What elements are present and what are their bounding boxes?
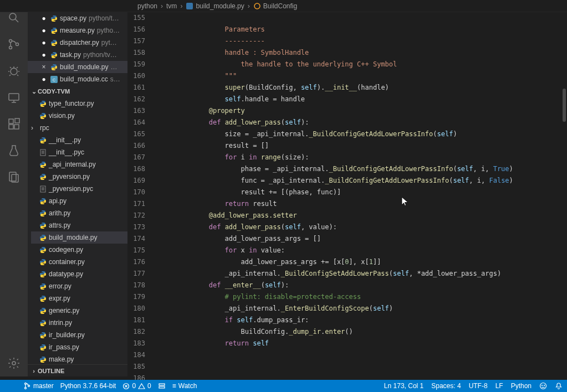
- file-name: build_module.cc: [60, 75, 108, 83]
- python-interpreter[interactable]: Python 3.7.6 64-bit: [60, 382, 116, 390]
- modified-dot-icon: ●: [40, 51, 48, 59]
- file-path: pyt…: [101, 39, 117, 47]
- settings-gear-icon[interactable]: [1, 350, 27, 376]
- references-icon[interactable]: [1, 164, 27, 190]
- file-item[interactable]: _pyversion.py: [31, 171, 127, 183]
- file-item[interactable]: container.py: [31, 256, 127, 268]
- eol-status[interactable]: LF: [496, 382, 503, 390]
- feedback-icon[interactable]: [539, 382, 547, 390]
- explorer-sidebar: ⌄ OPEN EDITORS ●space.py python/t…●measu…: [28, 0, 127, 376]
- remote-explorer-icon[interactable]: [1, 84, 27, 111]
- file-item[interactable]: datatype.py: [31, 268, 127, 280]
- file-name: error.py: [49, 282, 71, 290]
- file-path: …: [110, 63, 117, 71]
- breadcrumb-symbol[interactable]: BuildConfig: [253, 2, 297, 10]
- file-name: build_module.py: [60, 63, 108, 71]
- file-icon: [39, 173, 47, 180]
- file-item[interactable]: ir_builder.py: [31, 329, 127, 341]
- file-icon: [39, 209, 47, 217]
- bell-icon[interactable]: [555, 382, 563, 390]
- file-item[interactable]: __init__.py: [31, 134, 127, 146]
- file-name: dispatcher.py: [60, 39, 99, 47]
- indent-status[interactable]: Spaces: 4: [431, 382, 461, 390]
- svg-rect-30: [159, 384, 165, 385]
- svg-point-33: [542, 385, 543, 386]
- workspace-header[interactable]: ⌄ CODY-TVM: [28, 85, 127, 97]
- svg-point-27: [25, 388, 27, 389]
- file-name: vision.py: [49, 112, 75, 120]
- file-item[interactable]: api.py: [31, 195, 127, 207]
- open-editor-item[interactable]: ●task.py python/tv…: [28, 49, 127, 61]
- file-icon: [39, 161, 47, 168]
- svg-point-3: [9, 47, 12, 49]
- file-item[interactable]: _api_internal.py: [31, 158, 127, 171]
- open-editor-item[interactable]: ●Cbuild_module.cc s…: [28, 73, 127, 85]
- breadcrumb-segment[interactable]: python: [137, 2, 157, 10]
- file-path: s…: [110, 75, 120, 83]
- chevron-right-icon: ›: [180, 2, 182, 10]
- file-icon: [39, 343, 47, 351]
- code-editor[interactable]: Parameters ---------- handle : SymbolHan…: [153, 12, 567, 376]
- svg-rect-7: [9, 119, 13, 123]
- file-icon: [39, 331, 47, 339]
- file-item[interactable]: codegen.py: [31, 244, 127, 256]
- file-name: task.py: [60, 51, 81, 59]
- file-icon: [39, 136, 47, 144]
- open-editor-item[interactable]: ×build_module.py …: [28, 61, 127, 73]
- svg-rect-10: [15, 118, 19, 123]
- modified-dot-icon: ●: [40, 75, 48, 83]
- jupyter-server[interactable]: [158, 382, 166, 390]
- open-editor-item[interactable]: ●measure.py pytho…: [28, 24, 127, 37]
- file-item[interactable]: generic.py: [31, 305, 127, 317]
- minimap-scrollbar[interactable]: [563, 89, 566, 122]
- file-name: __init__.pyc: [49, 148, 84, 156]
- file-name: _pyversion.py: [49, 173, 90, 180]
- svg-point-32: [540, 383, 546, 389]
- file-icon: C: [50, 75, 58, 83]
- svg-text:C: C: [52, 78, 55, 81]
- language-mode[interactable]: Python: [511, 382, 532, 390]
- svg-rect-6: [9, 94, 19, 100]
- outline-title: OUTLINE: [38, 368, 64, 374]
- folder-name: rpc: [40, 124, 49, 132]
- open-editor-item[interactable]: ●dispatcher.py pyt…: [28, 37, 127, 49]
- folder-item[interactable]: ›rpc: [31, 122, 127, 134]
- svg-point-2: [9, 40, 12, 43]
- git-branch[interactable]: master: [23, 382, 54, 390]
- file-item[interactable]: type_functor.py: [31, 97, 127, 110]
- file-path: python/tv…: [83, 51, 117, 59]
- breadcrumb-segment[interactable]: tvm: [166, 2, 177, 10]
- extensions-icon[interactable]: [1, 111, 27, 137]
- file-item[interactable]: error.py: [31, 280, 127, 292]
- chevron-down-icon: ⌄: [30, 88, 38, 95]
- file-name: codegen.py: [49, 246, 83, 254]
- file-item[interactable]: attrs.py: [31, 219, 127, 231]
- breadcrumb-segment[interactable]: build_module.py: [186, 2, 244, 10]
- cursor-position[interactable]: Ln 173, Col 1: [384, 382, 423, 390]
- file-item[interactable]: vision.py: [31, 110, 127, 122]
- open-editors-list: ●space.py python/t…●measure.py pytho…●di…: [28, 12, 127, 85]
- source-control-icon[interactable]: [1, 31, 27, 58]
- encoding-status[interactable]: UTF-8: [469, 382, 488, 390]
- file-icon: [39, 295, 47, 302]
- file-item[interactable]: make.py: [31, 353, 127, 365]
- file-icon: [50, 51, 58, 59]
- file-item[interactable]: ir_pass.py: [31, 341, 127, 353]
- open-editor-item[interactable]: ●space.py python/t…: [28, 12, 127, 24]
- testing-icon[interactable]: [1, 137, 27, 164]
- file-name: __init__.py: [49, 136, 81, 144]
- close-icon[interactable]: ×: [40, 63, 48, 71]
- file-item[interactable]: intrin.py: [31, 317, 127, 329]
- watch-label[interactable]: ≡Watch: [172, 382, 197, 390]
- file-item[interactable]: _pyversion.pyc: [31, 183, 127, 195]
- file-item[interactable]: build_module.py: [31, 231, 127, 244]
- file-icon: [50, 27, 58, 34]
- file-item[interactable]: expr.py: [31, 292, 127, 305]
- file-icon: [39, 112, 47, 120]
- file-icon: [39, 148, 47, 156]
- outline-header[interactable]: › OUTLINE: [28, 364, 127, 376]
- problems[interactable]: 0 0: [122, 382, 151, 390]
- debug-icon[interactable]: [1, 58, 27, 84]
- file-item[interactable]: arith.py: [31, 207, 127, 219]
- file-item[interactable]: __init__.pyc: [31, 146, 127, 158]
